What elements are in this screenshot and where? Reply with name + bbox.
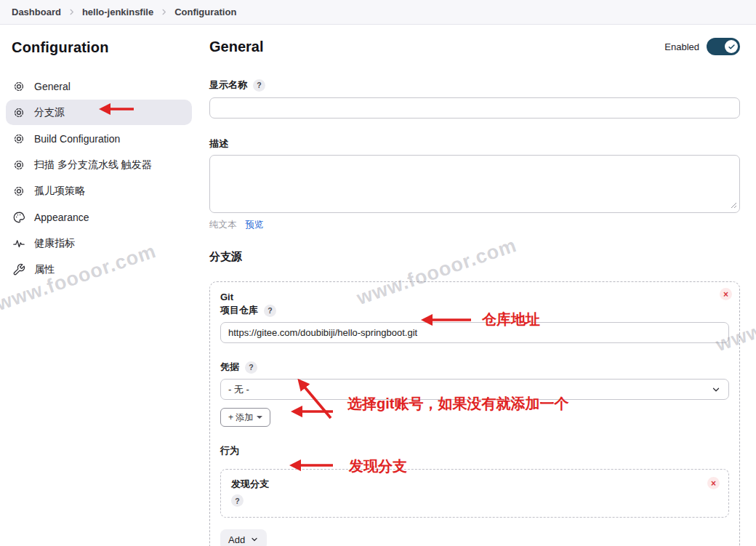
sidebar-item-label: Appearance [34,212,89,223]
chevron-down-icon [711,385,721,395]
add-behavior-button[interactable]: Add [220,529,267,546]
page-title: General [209,39,263,55]
chevron-right-icon [68,8,76,16]
config-sidebar: Configuration General 分支源 Build Configur… [0,25,204,546]
gear-icon [12,185,25,198]
remove-git-source-button[interactable]: × [720,288,732,300]
enabled-toggle[interactable] [707,38,740,55]
behavior-title: 发现分支 [231,478,718,491]
sidebar-item-label: 孤儿项策略 [34,185,85,198]
chevron-right-icon [160,8,168,16]
project-repository-label: 项目仓库 [220,304,258,317]
sidebar-item-scan-triggers[interactable]: 扫描 多分支流水线 触发器 [6,152,192,177]
help-icon[interactable]: ? [231,494,244,507]
sidebar-item-branch-sources[interactable]: 分支源 [6,100,192,125]
enabled-label: Enabled [664,41,699,52]
config-main: General Enabled 显示名称 ? 描述 纯文本 预览 [204,25,756,546]
project-repository-input[interactable] [220,322,729,343]
breadcrumb-job[interactable]: hello-jenkinsfile [82,7,153,17]
sidebar-item-label: Build Configuration [34,133,120,145]
description-textarea[interactable] [209,155,740,213]
check-icon [728,43,736,51]
sidebar-item-label: 健康指标 [34,237,75,250]
branch-sources-heading: 分支源 [209,250,740,264]
sidebar-item-orphaned-item-strategy[interactable]: 孤儿项策略 [6,178,192,204]
breadcrumb: Dashboard hello-jenkinsfile Configuratio… [0,0,756,25]
help-icon[interactable]: ? [253,79,265,92]
help-icon[interactable]: ? [245,361,257,374]
palette-icon [12,211,25,224]
sidebar-item-appearance[interactable]: Appearance [6,204,192,230]
sidebar-item-properties[interactable]: 属性 [6,257,192,282]
git-source-title: Git [220,292,729,302]
add-credential-button[interactable]: + 添加 [220,408,270,427]
sidebar-item-label: 扫描 多分支流水线 触发器 [34,158,152,172]
display-name-input[interactable] [209,97,740,119]
plain-text-label: 纯文本 [209,219,237,231]
sidebar-item-health-metrics[interactable]: 健康指标 [6,230,192,256]
git-source-card: × Git 项目仓库 ? 凭据 ? - 无 - + 添加 行为 [209,281,740,546]
breadcrumb-dashboard[interactable]: Dashboard [12,7,61,17]
sidebar-item-build-configuration[interactable]: Build Configuration [6,126,192,151]
caret-down-icon [257,416,262,419]
sidebar-item-label: 分支源 [34,106,65,119]
credentials-select[interactable]: - 无 - [220,379,729,400]
sidebar-item-label: 属性 [34,263,55,276]
gear-icon [12,132,25,145]
preview-link[interactable]: 预览 [246,219,264,231]
chevron-down-icon [250,535,259,544]
wrench-icon [12,263,25,276]
remove-behavior-button[interactable]: × [707,477,720,489]
credentials-label: 凭据 [220,361,239,374]
behavior-card-discover-branches: × 发现分支 ? [220,469,729,518]
help-icon[interactable]: ? [264,305,276,317]
add-behavior-label: Add [228,534,245,545]
add-credential-label: + 添加 [228,411,253,424]
sidebar-item-label: General [34,81,71,92]
pulse-icon [12,237,25,250]
credentials-selected-value: - 无 - [228,383,249,396]
breadcrumb-configuration[interactable]: Configuration [174,7,236,17]
gear-icon [12,80,25,93]
description-label: 描述 [209,137,228,150]
gear-icon [12,158,25,172]
behaviors-label: 行为 [220,444,239,457]
gear-icon [12,106,25,119]
sidebar-title: Configuration [12,39,192,56]
display-name-label: 显示名称 [209,79,247,92]
toggle-knob [725,40,738,53]
sidebar-item-general[interactable]: General [6,73,192,99]
